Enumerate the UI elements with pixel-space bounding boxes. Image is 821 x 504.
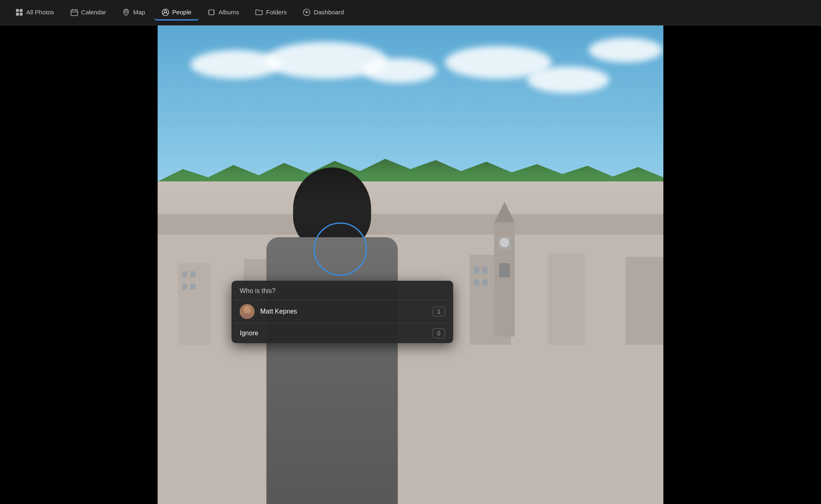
matt-kepnes-count: 1 bbox=[433, 307, 445, 316]
nav-albums[interactable]: Albums bbox=[200, 5, 246, 21]
cloud-6 bbox=[589, 38, 663, 62]
nav-all-photos-label: All Photos bbox=[26, 9, 54, 16]
nav-dashboard[interactable]: Dashboard bbox=[296, 5, 351, 21]
svg-rect-32 bbox=[190, 271, 195, 277]
who-option-matt[interactable]: Matt Kepnes 1 bbox=[232, 300, 453, 323]
grid-icon bbox=[16, 9, 23, 16]
who-option-ignore[interactable]: Ignore 0 bbox=[232, 323, 453, 343]
svg-rect-22 bbox=[515, 261, 546, 345]
svg-rect-24 bbox=[589, 263, 621, 345]
photo-container: Who is this? Matt Kepnes 1 Ignore 0 bbox=[158, 25, 663, 504]
svg-rect-38 bbox=[482, 279, 488, 286]
svg-rect-23 bbox=[548, 253, 585, 345]
svg-rect-36 bbox=[482, 267, 488, 274]
calendar-icon bbox=[71, 9, 78, 16]
who-popup-header: Who is this? bbox=[232, 281, 453, 300]
nav-map[interactable]: Map bbox=[115, 5, 152, 21]
dashboard-icon bbox=[303, 9, 310, 16]
ignore-count: 0 bbox=[433, 328, 445, 338]
svg-rect-37 bbox=[474, 279, 479, 286]
svg-rect-1 bbox=[20, 9, 23, 12]
nav-calendar-label: Calendar bbox=[81, 9, 106, 16]
svg-rect-0 bbox=[16, 9, 19, 12]
nav-all-photos[interactable]: All Photos bbox=[8, 5, 62, 21]
svg-point-13 bbox=[306, 11, 307, 13]
svg-point-30 bbox=[500, 238, 509, 247]
ignore-label: Ignore bbox=[240, 330, 433, 337]
svg-rect-31 bbox=[182, 271, 187, 277]
svg-rect-28 bbox=[499, 263, 510, 277]
svg-point-10 bbox=[164, 10, 167, 13]
nav-calendar[interactable]: Calendar bbox=[63, 5, 114, 21]
svg-rect-2 bbox=[16, 13, 19, 16]
matt-avatar bbox=[240, 304, 255, 319]
svg-rect-33 bbox=[182, 284, 187, 290]
map-pin-icon bbox=[122, 9, 130, 16]
svg-rect-4 bbox=[71, 10, 78, 16]
svg-marker-27 bbox=[494, 202, 515, 222]
who-is-this-popup: Who is this? Matt Kepnes 1 Ignore 0 bbox=[232, 281, 453, 343]
svg-point-40 bbox=[243, 306, 251, 314]
nav-people[interactable]: People bbox=[154, 5, 199, 21]
nav-albums-label: Albums bbox=[218, 9, 239, 16]
matt-avatar-image bbox=[240, 304, 255, 319]
svg-rect-25 bbox=[626, 257, 663, 345]
svg-rect-3 bbox=[20, 13, 23, 16]
who-header-text: Who is this? bbox=[240, 287, 275, 294]
matt-kepnes-name: Matt Kepnes bbox=[260, 308, 433, 315]
nav-folders-label: Folders bbox=[266, 9, 287, 16]
person-body bbox=[266, 237, 398, 504]
svg-rect-34 bbox=[190, 284, 195, 290]
main-content: Who is this? Matt Kepnes 1 Ignore 0 bbox=[0, 25, 821, 504]
albums-icon bbox=[208, 9, 215, 16]
folder-icon bbox=[255, 9, 263, 16]
svg-rect-11 bbox=[209, 10, 214, 15]
nav-people-label: People bbox=[172, 9, 192, 16]
svg-point-8 bbox=[125, 10, 127, 13]
nav-folders[interactable]: Folders bbox=[248, 5, 294, 21]
nav-map-label: Map bbox=[133, 9, 145, 16]
person-circle-icon bbox=[162, 9, 169, 16]
svg-rect-35 bbox=[474, 267, 479, 274]
person-figure bbox=[240, 217, 424, 504]
navbar: All Photos Calendar Map People A bbox=[0, 0, 821, 25]
cloud-5 bbox=[527, 66, 609, 93]
cloud-3 bbox=[363, 58, 437, 83]
nav-dashboard-label: Dashboard bbox=[314, 9, 344, 16]
